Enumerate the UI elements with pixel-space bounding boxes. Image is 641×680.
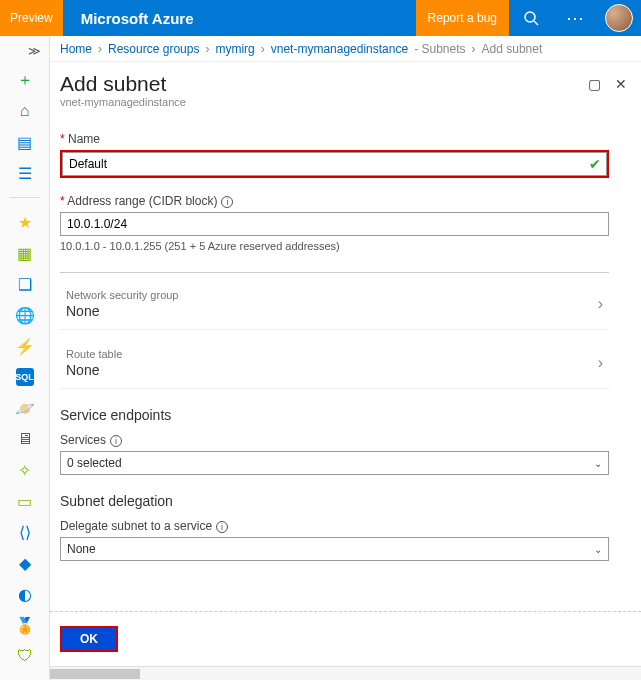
services-value: 0 selected — [67, 456, 122, 470]
chevron-right-icon: › — [598, 354, 603, 372]
blade-header: Add subnet vnet-mymanagedinstance ▢ ✕ — [50, 62, 641, 112]
sidebar: ≫ ＋ ⌂ ▤ ☰ ★ ▦ ❑ 🌐 ⚡ SQL 🪐 🖥 ✧ ▭ ⟨⟩ ◆ ◐ 🏅… — [0, 36, 50, 680]
address-range-label: Address range (CIDR block)i — [60, 194, 609, 208]
ok-button[interactable]: OK — [62, 628, 116, 650]
dashboard-icon[interactable]: ▤ — [16, 133, 34, 151]
page-subtitle: vnet-mymanagedinstance — [60, 96, 625, 108]
storage-icon[interactable]: ▭ — [16, 492, 34, 510]
crumb-vnet[interactable]: vnet-mymanagedinstance — [271, 42, 408, 56]
main: Home› Resource groups› mymirg› vnet-myma… — [50, 36, 641, 680]
delegate-value: None — [67, 542, 96, 556]
close-icon[interactable]: ✕ — [615, 76, 627, 92]
advisor-icon[interactable]: 🏅 — [16, 616, 34, 634]
top-bar: Preview Microsoft Azure Report a bug ⋯ — [0, 0, 641, 36]
divider — [60, 272, 609, 273]
services-label: Servicesi — [60, 433, 609, 447]
search-icon[interactable] — [509, 0, 553, 36]
crumb-subnets[interactable]: - Subnets — [414, 42, 465, 56]
page-title: Add subnet — [60, 72, 625, 96]
brand-label: Microsoft Azure — [63, 10, 212, 27]
ok-button-highlight: OK — [60, 626, 118, 652]
favorites-icon[interactable]: ★ — [16, 213, 34, 231]
all-services-icon[interactable]: ▦ — [16, 244, 34, 262]
cube-icon[interactable]: ❑ — [16, 275, 34, 293]
info-icon[interactable]: i — [110, 435, 122, 447]
info-icon[interactable]: i — [221, 196, 233, 208]
chevron-down-icon: ⌄ — [594, 458, 602, 469]
nsg-picker[interactable]: Network security group None › — [60, 285, 609, 330]
add-icon[interactable]: ＋ — [16, 71, 34, 89]
load-balancer-icon[interactable]: ✧ — [16, 461, 34, 479]
cosmos-icon[interactable]: 🪐 — [16, 399, 34, 417]
form: Name ✔ Address range (CIDR block)i 10.0.… — [50, 112, 641, 611]
name-label: Name — [60, 132, 609, 146]
list-icon[interactable]: ☰ — [16, 164, 34, 182]
aad-icon[interactable]: ◆ — [16, 554, 34, 572]
chevron-down-icon: ⌄ — [594, 544, 602, 555]
security-icon[interactable]: 🛡 — [16, 647, 34, 665]
horizontal-scrollbar[interactable] — [50, 666, 641, 680]
network-icon[interactable]: ⟨⟩ — [16, 523, 34, 541]
nsg-label: Network security group — [66, 289, 179, 301]
crumb-home[interactable]: Home — [60, 42, 92, 56]
svg-line-1 — [534, 21, 538, 25]
nsg-value: None — [66, 303, 179, 319]
crumb-resource-groups[interactable]: Resource groups — [108, 42, 199, 56]
globe-icon[interactable]: 🌐 — [16, 306, 34, 324]
info-icon[interactable]: i — [216, 521, 228, 533]
crumb-rg-name[interactable]: mymirg — [215, 42, 254, 56]
chevron-right-icon: › — [598, 295, 603, 313]
services-select[interactable]: 0 selected ⌄ — [60, 451, 609, 475]
check-icon: ✔ — [589, 156, 601, 172]
sidebar-collapse-icon[interactable]: ≫ — [28, 44, 41, 58]
route-table-value: None — [66, 362, 122, 378]
breadcrumb: Home› Resource groups› mymirg› vnet-myma… — [50, 36, 641, 62]
maximize-icon[interactable]: ▢ — [588, 76, 601, 92]
vm-icon[interactable]: 🖥 — [16, 430, 34, 448]
footer-bar: OK — [50, 611, 641, 666]
subnet-delegation-heading: Subnet delegation — [60, 493, 609, 509]
route-table-label: Route table — [66, 348, 122, 360]
home-icon[interactable]: ⌂ — [16, 102, 34, 120]
monitor-icon[interactable]: ◐ — [16, 585, 34, 603]
sql-icon[interactable]: SQL — [16, 368, 34, 386]
preview-badge: Preview — [0, 0, 63, 36]
sidebar-divider — [10, 197, 40, 198]
name-field-highlight: ✔ — [60, 150, 609, 178]
crumb-leaf: Add subnet — [482, 42, 543, 56]
more-icon[interactable]: ⋯ — [553, 0, 597, 36]
address-range-hint: 10.0.1.0 - 10.0.1.255 (251 + 5 Azure res… — [60, 240, 609, 252]
name-input[interactable] — [62, 152, 607, 176]
report-bug-button[interactable]: Report a bug — [416, 0, 509, 36]
address-range-input[interactable] — [60, 212, 609, 236]
service-endpoints-heading: Service endpoints — [60, 407, 609, 423]
delegate-select[interactable]: None ⌄ — [60, 537, 609, 561]
functions-icon[interactable]: ⚡ — [16, 337, 34, 355]
svg-point-0 — [525, 12, 535, 22]
avatar[interactable] — [605, 4, 633, 32]
scrollbar-thumb[interactable] — [50, 669, 140, 679]
delegate-label: Delegate subnet to a servicei — [60, 519, 609, 533]
route-table-picker[interactable]: Route table None › — [60, 344, 609, 389]
